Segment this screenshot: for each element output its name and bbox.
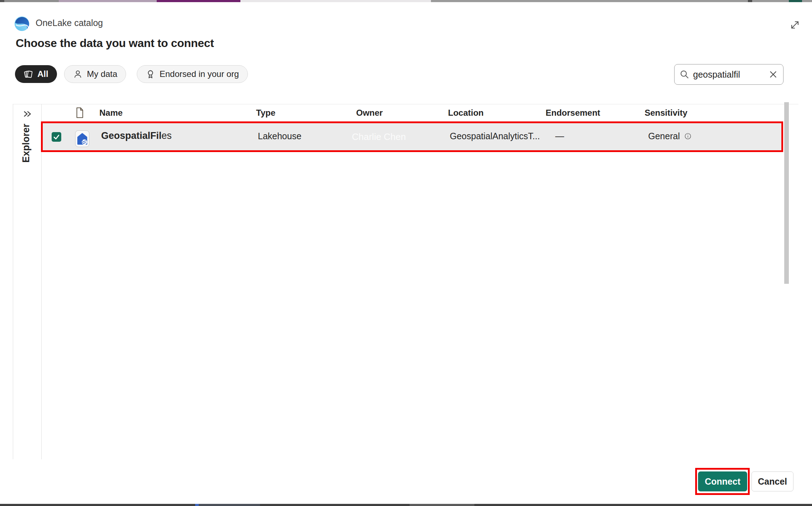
vertical-scrollbar-thumb[interactable] bbox=[784, 102, 789, 284]
strip-segment bbox=[0, 504, 195, 506]
row-sensitivity: General bbox=[648, 131, 692, 141]
search-box[interactable] bbox=[674, 64, 784, 85]
strip-segment bbox=[410, 504, 474, 506]
table-row-annotation-box[interactable]: GeospatialFiles Lakehouse Charlie Chen G… bbox=[41, 121, 783, 152]
row-endorsement: — bbox=[555, 131, 564, 141]
filter-my-data-pill[interactable]: My data bbox=[64, 65, 126, 83]
strip-segment bbox=[789, 0, 802, 2]
window-bottom-strip bbox=[0, 504, 812, 506]
strip-segment bbox=[431, 0, 748, 2]
ribbon-badge-icon bbox=[146, 69, 155, 79]
row-name-rest: es bbox=[162, 130, 172, 141]
strip-segment bbox=[157, 0, 240, 2]
column-header-name[interactable]: Name bbox=[99, 108, 123, 118]
column-header-sensitivity[interactable]: Sensitivity bbox=[645, 108, 687, 118]
window-top-strip bbox=[0, 0, 812, 2]
strip-segment bbox=[752, 0, 789, 2]
filter-endorsed-label: Endorsed in your org bbox=[160, 69, 239, 79]
document-icon bbox=[75, 107, 84, 119]
filter-endorsed-pill[interactable]: Endorsed in your org bbox=[137, 65, 248, 83]
connect-button[interactable]: Connect bbox=[698, 471, 747, 491]
strip-segment bbox=[802, 0, 812, 2]
row-location: GeospatialAnalyticsT... bbox=[450, 131, 540, 141]
explorer-rail-right-border bbox=[41, 104, 42, 459]
strip-segment bbox=[199, 504, 260, 506]
filter-all-pill[interactable]: All bbox=[15, 65, 57, 83]
row-name[interactable]: GeospatialFiles bbox=[101, 130, 172, 141]
row-type: Lakehouse bbox=[258, 131, 301, 141]
row-owner-faded: Charlie Chen bbox=[352, 131, 406, 142]
strip-segment bbox=[4, 0, 59, 2]
strip-segment bbox=[0, 0, 4, 2]
cancel-button[interactable]: Cancel bbox=[751, 471, 793, 491]
person-icon bbox=[73, 69, 83, 79]
resize-diagonal-icon[interactable] bbox=[788, 19, 801, 31]
strip-segment bbox=[260, 504, 410, 506]
explorer-rail-left-border bbox=[13, 104, 13, 459]
column-header-endorsement[interactable]: Endorsement bbox=[546, 108, 600, 118]
strip-segment bbox=[748, 0, 752, 2]
strip-segment bbox=[59, 0, 157, 2]
magnifier-icon bbox=[680, 69, 689, 79]
onelake-logo-icon bbox=[14, 15, 30, 32]
filter-all-label: All bbox=[37, 69, 48, 79]
page-title: Choose the data you want to connect bbox=[16, 37, 214, 50]
search-input[interactable] bbox=[693, 69, 765, 80]
row-name-match: GeospatialFil bbox=[101, 130, 162, 141]
info-icon[interactable] bbox=[684, 132, 692, 140]
strip-segment bbox=[240, 0, 431, 2]
column-header-owner[interactable]: Owner bbox=[356, 108, 383, 118]
strip-segment bbox=[195, 504, 199, 506]
lakehouse-icon bbox=[75, 130, 89, 147]
row-checkbox[interactable] bbox=[52, 132, 61, 142]
collection-stack-icon bbox=[24, 69, 33, 79]
filter-my-data-label: My data bbox=[87, 69, 117, 79]
clear-search-icon[interactable] bbox=[768, 69, 778, 79]
strip-segment bbox=[474, 504, 812, 506]
column-header-location[interactable]: Location bbox=[448, 108, 484, 118]
explorer-panel-label[interactable]: Explorer bbox=[21, 115, 32, 172]
row-sensitivity-label: General bbox=[648, 131, 680, 141]
column-header-type[interactable]: Type bbox=[256, 108, 275, 118]
app-title: OneLake catalog bbox=[36, 18, 103, 28]
table-top-border bbox=[13, 104, 798, 104]
